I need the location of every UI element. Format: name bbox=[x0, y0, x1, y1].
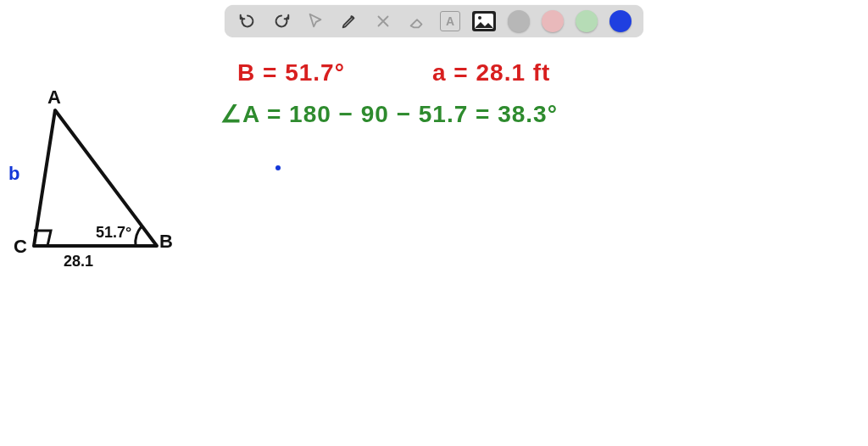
eraser-icon bbox=[408, 12, 426, 31]
svg-point-1 bbox=[478, 16, 481, 20]
text-button[interactable]: A bbox=[440, 11, 460, 31]
color-pink[interactable] bbox=[542, 10, 564, 32]
image-icon bbox=[474, 13, 494, 30]
side-b-label: b bbox=[8, 163, 19, 185]
vertex-C-label: C bbox=[14, 236, 27, 258]
undo-icon bbox=[238, 12, 257, 31]
equation-given-B: B = 51.7° bbox=[237, 59, 345, 86]
triangle-svg bbox=[8, 85, 212, 288]
redo-icon bbox=[272, 12, 291, 31]
side-a-value: 28.1 bbox=[64, 253, 93, 270]
vertex-B-label: B bbox=[159, 231, 173, 253]
color-green[interactable] bbox=[576, 10, 598, 32]
angle-B-value: 51.7° bbox=[96, 224, 131, 242]
redo-button[interactable] bbox=[270, 10, 292, 32]
pencil-icon bbox=[340, 12, 359, 31]
stray-dot bbox=[275, 165, 281, 170]
image-button[interactable] bbox=[472, 11, 496, 31]
triangle-diagram: A B C b 51.7° 28.1 bbox=[8, 85, 212, 288]
tools-button[interactable] bbox=[372, 10, 394, 32]
pointer-button[interactable] bbox=[304, 10, 326, 32]
eraser-button[interactable] bbox=[406, 10, 428, 32]
color-grey[interactable] bbox=[508, 10, 530, 32]
vertex-A-label: A bbox=[47, 86, 61, 109]
undo-button[interactable] bbox=[236, 10, 259, 32]
color-blue[interactable] bbox=[609, 10, 632, 32]
tools-icon bbox=[374, 12, 392, 31]
toolbar: A bbox=[225, 5, 643, 37]
pointer-icon bbox=[306, 12, 325, 31]
equation-given-a: a = 28.1 ft bbox=[432, 59, 550, 86]
pencil-button[interactable] bbox=[338, 10, 360, 32]
equation-angle-A: ∠A = 180 − 90 − 51.7 = 38.3° bbox=[220, 100, 558, 128]
